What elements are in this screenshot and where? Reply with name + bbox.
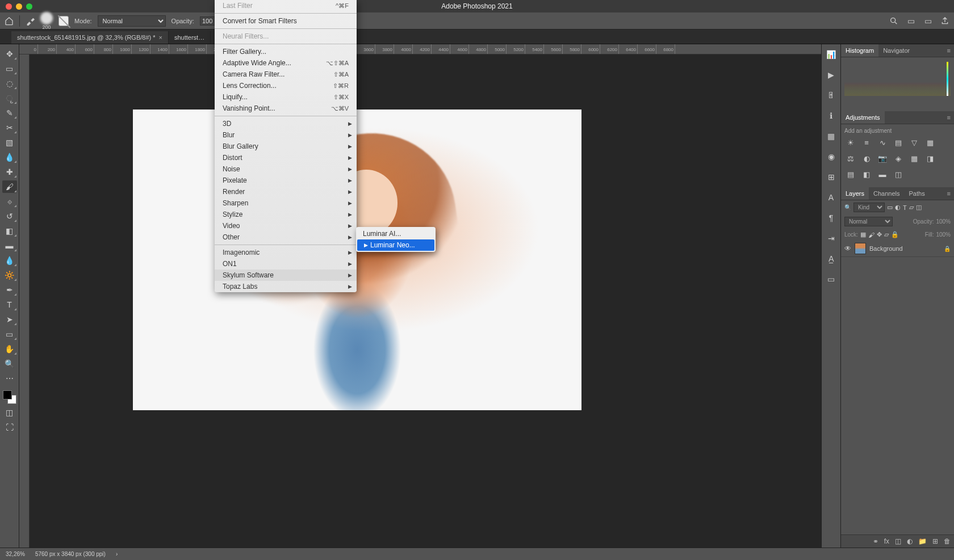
filter-menu-item[interactable]: Skylum Software▶ bbox=[215, 270, 357, 281]
channel-mixer-icon[interactable]: ◈ bbox=[893, 153, 903, 163]
filter-menu-item[interactable]: Video▶ bbox=[215, 220, 357, 231]
filter-menu-item[interactable]: Camera Raw Filter...⇧⌘A bbox=[215, 69, 357, 80]
rectangle-tool[interactable]: ▭ bbox=[2, 328, 17, 340]
info-icon[interactable]: ℹ bbox=[826, 110, 837, 121]
filter-menu-item[interactable]: Blur Gallery▶ bbox=[215, 141, 357, 152]
selective-color-icon[interactable]: ◫ bbox=[893, 169, 903, 179]
document-info[interactable]: 5760 px x 3840 px (300 ppi) bbox=[35, 551, 106, 557]
tab-navigator[interactable]: Navigator bbox=[878, 44, 914, 57]
filter-menu-dropdown[interactable]: Last Filter^⌘FConvert for Smart FiltersN… bbox=[215, 0, 357, 292]
status-arrow-icon[interactable]: › bbox=[116, 551, 118, 557]
new-group-icon[interactable]: 📁 bbox=[918, 537, 927, 545]
minimize-window-button[interactable] bbox=[16, 3, 22, 10]
filter-menu-item[interactable]: Pixelate▶ bbox=[215, 175, 357, 186]
posterize-icon[interactable]: ▤ bbox=[846, 169, 856, 179]
panel-menu-icon[interactable]: ≡ bbox=[944, 44, 954, 57]
layer-name[interactable]: Background bbox=[869, 245, 903, 252]
pen-tool[interactable]: ✒ bbox=[2, 284, 17, 296]
panel-menu-icon[interactable]: ≡ bbox=[944, 187, 954, 200]
threshold-icon[interactable]: ◧ bbox=[861, 169, 872, 179]
skylum-submenu[interactable]: Luminar AI...▶Luminar Neo... bbox=[356, 227, 436, 252]
filter-menu-item[interactable]: Other▶ bbox=[215, 231, 357, 243]
fill-value[interactable]: 100% bbox=[936, 231, 951, 238]
search-icon[interactable] bbox=[889, 16, 898, 26]
tab-histogram[interactable]: Histogram bbox=[841, 44, 878, 57]
lock-icon[interactable]: 🔒 bbox=[944, 246, 951, 252]
link-layers-icon[interactable]: ⚭ bbox=[873, 537, 878, 545]
type-tool[interactable]: T bbox=[2, 298, 17, 311]
tab-channels[interactable]: Channels bbox=[869, 187, 904, 200]
filter-menu-item[interactable]: Noise▶ bbox=[215, 163, 357, 175]
close-window-button[interactable] bbox=[6, 3, 12, 10]
play-icon[interactable]: ▶ bbox=[826, 69, 837, 81]
filter-menu-item[interactable]: Vanishing Point...⌥⌘V bbox=[215, 103, 357, 114]
lock-image-icon[interactable]: 🖌 bbox=[868, 231, 874, 238]
blur-tool[interactable]: 💧 bbox=[2, 254, 17, 267]
new-layer-icon[interactable]: ⊞ bbox=[932, 537, 938, 545]
sliders-icon[interactable]: 🎚 bbox=[826, 90, 837, 101]
add-mask-icon[interactable]: ◫ bbox=[895, 537, 901, 545]
filter-shape-icon[interactable]: ▱ bbox=[909, 204, 914, 211]
color-swatches[interactable] bbox=[3, 390, 16, 404]
panel-menu-icon[interactable]: ≡ bbox=[944, 111, 954, 124]
filter-menu-item[interactable]: Blur▶ bbox=[215, 129, 357, 141]
blend-mode-select[interactable]: Normal bbox=[844, 217, 893, 226]
layer-style-icon[interactable]: fx bbox=[884, 537, 889, 545]
type-panel-icon[interactable]: A bbox=[826, 192, 837, 203]
layer-thumbnail[interactable] bbox=[855, 243, 866, 254]
crop-tool[interactable]: ✂ bbox=[2, 121, 17, 134]
layer-opacity-value[interactable]: 100% bbox=[936, 218, 951, 225]
paragraph-icon[interactable]: ¶ bbox=[826, 212, 837, 224]
lock-all-icon[interactable]: 🔒 bbox=[891, 231, 899, 238]
close-tab-icon[interactable]: × bbox=[159, 34, 162, 41]
lock-transparent-icon[interactable]: ▦ bbox=[860, 231, 866, 238]
document-tab[interactable]: shutterstock_651481915.jpg @ 32,3% (RGB/… bbox=[11, 31, 169, 44]
quick-select-tool[interactable]: ✎ bbox=[2, 107, 17, 119]
arrange-icon[interactable]: ▭ bbox=[923, 16, 932, 26]
document-tab[interactable]: shutterst… bbox=[169, 31, 211, 44]
healing-tool[interactable]: ✚ bbox=[2, 166, 17, 178]
new-adjustment-icon[interactable]: ◐ bbox=[907, 537, 913, 545]
exposure-icon[interactable]: ▤ bbox=[893, 137, 903, 148]
foreground-color-swatch[interactable] bbox=[3, 390, 12, 399]
workspace-icon[interactable]: ▭ bbox=[906, 16, 915, 26]
history-brush-tool[interactable]: ↺ bbox=[2, 210, 17, 222]
tab-adjustments[interactable]: Adjustments bbox=[841, 111, 885, 124]
hue-icon[interactable]: ▦ bbox=[925, 137, 935, 148]
tab-paths[interactable]: Paths bbox=[905, 187, 930, 200]
vibrance-icon[interactable]: ▽ bbox=[909, 137, 919, 148]
brush-preview[interactable]: 200 bbox=[40, 12, 53, 30]
histogram-icon[interactable]: 📊 bbox=[826, 49, 837, 60]
path-select-tool[interactable]: ➤ bbox=[2, 313, 17, 326]
document-canvas[interactable] bbox=[133, 110, 581, 410]
filter-image-icon[interactable]: ▭ bbox=[887, 204, 893, 211]
filter-menu-item[interactable]: 3D▶ bbox=[215, 118, 357, 129]
move-tool[interactable]: ✥ bbox=[2, 48, 17, 60]
filter-menu-item[interactable]: Filter Gallery... bbox=[215, 46, 357, 57]
clone-tool[interactable]: ⟐ bbox=[2, 195, 17, 208]
submenu-item[interactable]: Luminar AI... bbox=[356, 228, 436, 239]
bw-icon[interactable]: ◐ bbox=[861, 153, 872, 163]
delete-layer-icon[interactable]: 🗑 bbox=[944, 537, 951, 545]
brush-tool-preset-icon[interactable] bbox=[26, 16, 35, 26]
dodge-tool[interactable]: 🔆 bbox=[2, 269, 17, 281]
share-icon[interactable] bbox=[940, 16, 949, 26]
layer-row[interactable]: 👁 Background 🔒 bbox=[841, 241, 954, 257]
levels-icon[interactable]: ≡ bbox=[861, 137, 872, 148]
filter-smart-icon[interactable]: ◫ bbox=[916, 204, 922, 211]
filter-type-icon[interactable]: T bbox=[903, 204, 907, 211]
artboard-tool[interactable]: ▭ bbox=[2, 62, 17, 75]
frame-tool[interactable]: ▧ bbox=[2, 136, 17, 149]
photo-filter-icon[interactable]: 📷 bbox=[877, 153, 888, 163]
layer-filter-select[interactable]: Kind bbox=[853, 203, 885, 212]
filter-menu-item[interactable]: Liquify...⇧⌘X bbox=[215, 91, 357, 103]
hand-tool[interactable]: ✋ bbox=[2, 343, 17, 355]
swatches-icon[interactable]: ▦ bbox=[826, 130, 837, 142]
lock-position-icon[interactable]: ✥ bbox=[877, 231, 882, 238]
brush-panel-toggle-icon[interactable] bbox=[58, 16, 69, 26]
lut-icon[interactable]: ▦ bbox=[909, 153, 919, 163]
properties-icon[interactable]: ⊞ bbox=[826, 171, 837, 183]
brightness-icon[interactable]: ☀ bbox=[846, 137, 856, 148]
tab-layers[interactable]: Layers bbox=[841, 187, 869, 200]
submenu-item[interactable]: ▶Luminar Neo... bbox=[357, 239, 434, 251]
